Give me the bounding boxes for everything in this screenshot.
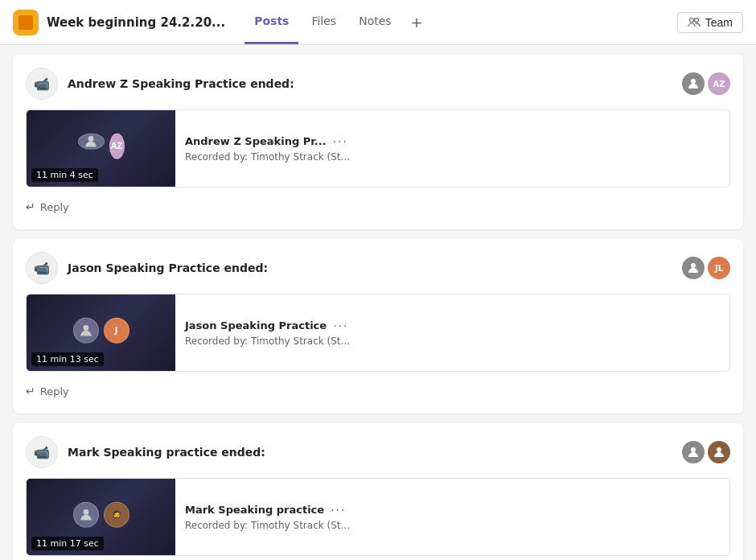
avatar-person-1 [682,72,705,95]
recording-sub-1: Recorded by: Timothy Strack (St... [185,151,720,163]
nav-tabs: Posts Files Notes + [244,0,429,44]
thumb-avatar-mark-3: 🧔 [104,501,129,527]
thumb-avatar-j-2: J [104,317,129,343]
camera-symbol-2: 📹 [34,261,50,276]
reply-button-2[interactable]: ↵ Reply [26,381,730,401]
more-options-3[interactable]: ··· [331,504,346,517]
thumb-avatar-az-1: AZ [109,133,125,159]
recording-card-1[interactable]: AZ 11 min 4 sec Andrew Z Speaking Pr... … [26,109,730,187]
reply-label-1: Reply [40,201,69,213]
recording-card-3[interactable]: 🧔 11 min 17 sec Mark Speaking practice ·… [26,478,730,556]
team-label: Team [705,16,733,29]
recording-title-text-2: Jason Speaking Practice [185,319,327,331]
thumbnail-avatars-2: J [73,317,129,343]
avatar-jl-2: JL [708,257,730,279]
svg-point-2 [691,79,696,84]
more-options-2[interactable]: ··· [333,319,348,332]
svg-point-8 [83,509,88,515]
post-camera-icon-1: 📹 [26,68,58,100]
post-header-2: 📹 Jason Speaking Practice ended: JL [26,252,730,284]
svg-point-5 [83,325,88,331]
reply-label-2: Reply [40,385,69,397]
recording-title-row-3: Mark Speaking practice ··· [185,504,720,517]
team-button[interactable]: Team [677,12,743,33]
tab-posts[interactable]: Posts [244,0,298,44]
reply-button-1[interactable]: ↵ Reply [26,197,730,216]
topbar: Week beginning 24.2.20... Posts Files No… [0,0,756,45]
recording-info-2: Jason Speaking Practice ··· Recorded by:… [175,294,729,371]
post-header-3: 📹 Mark Speaking practice ended: [26,436,730,468]
recording-sub-2: Recorded by: Timothy Strack (St... [185,336,720,347]
avatar-person-2 [682,257,705,279]
recording-card-2[interactable]: J 11 min 13 sec Jason Speaking Practice … [26,294,730,372]
camera-symbol-3: 📹 [34,445,50,460]
post-title-3: Mark Speaking practice ended: [68,446,682,459]
avatar-group-3 [682,441,730,463]
post-title-2: Jason Speaking Practice ended: [68,261,682,274]
tab-notes[interactable]: Notes [349,0,401,44]
recording-duration-3: 11 min 17 sec [31,537,104,550]
app-icon [13,10,39,35]
more-options-1[interactable]: ··· [333,135,348,148]
recording-info-3: Mark Speaking practice ··· Recorded by: … [175,479,729,555]
thumbnail-avatars-1: AZ [78,133,125,159]
post-card-3: 📹 Mark Speaking practice ended: [13,423,743,560]
reply-arrow-icon-1: ↵ [26,200,35,213]
svg-point-7 [717,447,721,452]
post-header-1: 📹 Andrew Z Speaking Practice ended: AZ [26,68,730,100]
thumb-avatar-person-1 [78,133,105,149]
post-title-1: Andrew Z Speaking Practice ended: [68,77,682,90]
avatar-person-3b [708,441,730,463]
channel-title: Week beginning 24.2.20... [47,15,225,30]
thumbnail-avatars-3: 🧔 [73,501,129,527]
tab-files[interactable]: Files [302,0,346,44]
add-tab-button[interactable]: + [405,0,429,44]
app-icon-inner [18,15,33,30]
recording-info-1: Andrew Z Speaking Pr... ··· Recorded by:… [175,110,729,187]
recording-duration-2: 11 min 13 sec [31,352,104,366]
avatar-az-1: AZ [708,72,730,95]
reply-arrow-icon-2: ↵ [26,385,35,397]
camera-symbol-1: 📹 [34,76,50,92]
main-content: 📹 Andrew Z Speaking Practice ended: AZ [0,45,756,560]
svg-point-3 [88,136,94,142]
recording-thumbnail-1: AZ 11 min 4 sec [27,110,175,187]
recording-thumbnail-2: J 11 min 13 sec [27,294,175,371]
thumb-avatar-person-3 [73,501,99,527]
svg-point-4 [691,263,696,268]
recording-duration-1: 11 min 4 sec [31,168,98,182]
svg-point-1 [694,18,698,22]
recording-thumbnail-3: 🧔 11 min 17 sec [27,479,175,555]
avatar-group-1: AZ [682,72,730,95]
avatar-person-3a [682,441,705,463]
recording-sub-3: Recorded by: Timothy Strack (St... [185,520,720,531]
avatar-group-2: JL [682,257,730,279]
post-card-1: 📹 Andrew Z Speaking Practice ended: AZ [13,55,743,229]
recording-title-row-1: Andrew Z Speaking Pr... ··· [185,135,720,148]
recording-title-text-3: Mark Speaking practice [185,504,324,516]
thumb-avatar-person-2 [73,317,99,343]
svg-point-6 [691,447,696,452]
recording-title-row-2: Jason Speaking Practice ··· [185,319,720,332]
recording-title-text-1: Andrew Z Speaking Pr... [185,135,327,147]
post-card-2: 📹 Jason Speaking Practice ended: JL [13,239,743,414]
team-icon [688,16,701,29]
post-camera-icon-3: 📹 [26,436,58,468]
post-camera-icon-2: 📹 [26,252,58,284]
svg-point-0 [689,18,693,22]
